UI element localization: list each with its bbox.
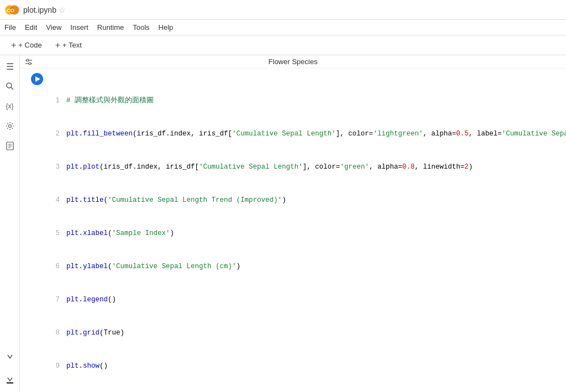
code-line-8: 8plt.grid(True) <box>52 327 562 338</box>
sidebar-tools-icon[interactable] <box>3 119 17 133</box>
main-layout: ☰ {x} Flower Species <box>0 55 566 392</box>
menu-view[interactable]: View <box>46 23 61 32</box>
svg-line-4 <box>11 87 13 90</box>
menu-tools[interactable]: Tools <box>133 23 149 32</box>
cell-settings-icon[interactable] <box>24 58 33 68</box>
code-line-3: 3plt.plot(iris_df.index, iris_df['Cumula… <box>52 161 562 173</box>
run-icon <box>35 76 40 82</box>
flower-species-title: Flower Species <box>269 58 318 66</box>
add-text-label: + Text <box>62 41 82 49</box>
menu-help[interactable]: Help <box>159 23 174 32</box>
svg-point-13 <box>27 59 29 61</box>
cell-gutter <box>20 71 48 85</box>
menu-runtime[interactable]: Runtime <box>97 23 124 32</box>
code-line-1: 1# 調整樣式與外觀的面積圖 <box>52 95 562 106</box>
flower-species-row: Flower Species <box>20 55 566 69</box>
code-line-6: 6plt.ylabel('Cumulative Sepal Length (cm… <box>52 261 562 272</box>
svg-point-14 <box>29 62 31 65</box>
code-line-5: 5plt.xlabel('Sample Index') <box>52 228 562 239</box>
add-code-button[interactable]: + + Code <box>7 38 46 53</box>
run-button[interactable] <box>31 73 43 85</box>
notebook-name[interactable]: plot.ipynb <box>23 6 56 14</box>
sidebar-variables-icon[interactable]: {x} <box>3 100 17 113</box>
plus-icon: + <box>11 40 16 50</box>
colab-logo: CO <box>4 2 20 18</box>
svg-point-3 <box>7 83 12 88</box>
menu-insert[interactable]: Insert <box>70 23 88 32</box>
menu-file[interactable]: File <box>4 23 16 32</box>
sidebar-menu-icon[interactable]: ☰ <box>3 60 17 73</box>
topbar: CO plot.ipynb ☆ <box>0 0 566 20</box>
code-line-9: 9plt.show() <box>52 360 562 372</box>
code-line-4: 4plt.title('Cumulative Sepal Length Tren… <box>52 195 562 206</box>
svg-point-5 <box>8 125 11 128</box>
code-line-7: 7plt.legend() <box>52 294 562 305</box>
menubar: File Edit View Insert Runtime Tools Help <box>0 20 566 35</box>
code-line-2: 2plt.fill_between(iris_df.index, iris_df… <box>52 128 562 139</box>
star-icon[interactable]: ☆ <box>59 6 66 14</box>
sidebar-collapse-icon[interactable] <box>3 350 17 363</box>
toolbar: + + Code + + Text <box>0 35 566 55</box>
add-code-label: + Code <box>18 41 41 49</box>
sidebar: ☰ {x} <box>0 55 20 392</box>
sidebar-bottom-icon[interactable] <box>3 374 17 388</box>
content-area: Flower Species 1# 調整樣式與外觀的面積圖 2plt.fill_… <box>20 55 566 392</box>
sidebar-files-icon[interactable] <box>3 139 17 153</box>
plus-icon-2: + <box>55 40 60 50</box>
menu-edit[interactable]: Edit <box>25 23 37 32</box>
sidebar-search-icon[interactable] <box>3 80 17 93</box>
svg-text:CO: CO <box>7 7 15 13</box>
code-editor[interactable]: 1# 調整樣式與外觀的面積圖 2plt.fill_between(iris_df… <box>48 71 566 392</box>
code-cell: 1# 調整樣式與外觀的面積圖 2plt.fill_between(iris_df… <box>20 69 566 392</box>
add-text-button[interactable]: + + Text <box>51 38 86 53</box>
svg-rect-10 <box>7 382 13 384</box>
